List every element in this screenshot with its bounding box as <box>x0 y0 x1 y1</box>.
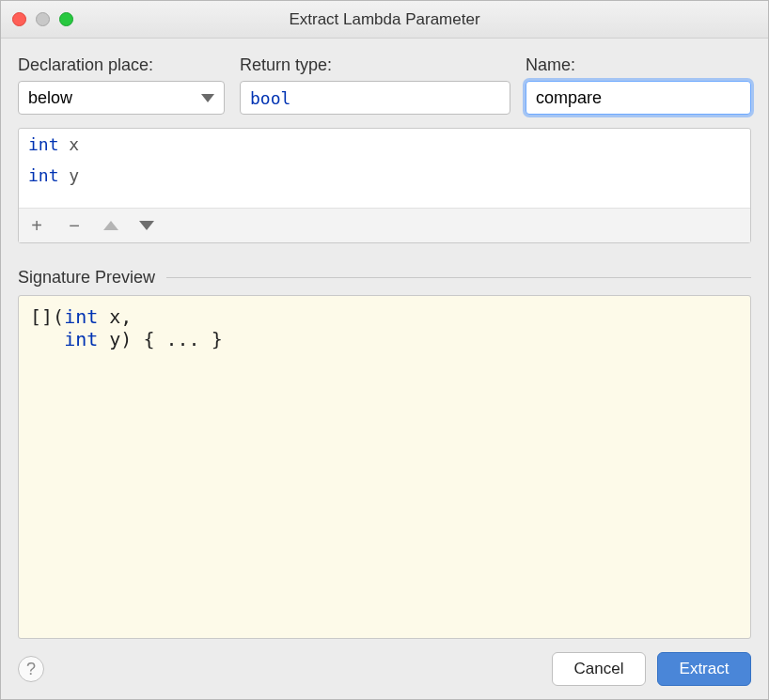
declaration-select[interactable]: below <box>18 81 225 115</box>
chevron-down-icon <box>201 94 214 102</box>
return-type-input[interactable] <box>240 81 510 115</box>
declaration-value: below <box>28 88 72 108</box>
params-panel: int x int y + − <box>18 128 751 243</box>
params-toolbar: + − <box>19 208 750 242</box>
name-col: Name: <box>526 55 751 115</box>
titlebar: Extract Lambda Parameter <box>1 1 768 39</box>
declaration-label: Declaration place: <box>18 55 225 75</box>
footer: ? Cancel Extract <box>18 652 751 686</box>
return-type-label: Return type: <box>240 55 510 75</box>
param-type: int <box>28 134 59 154</box>
preview-header: Signature Preview <box>18 268 751 288</box>
param-row[interactable]: int y <box>19 160 750 191</box>
fields-row: Declaration place: below Return type: Na… <box>18 55 751 115</box>
cancel-button[interactable]: Cancel <box>552 652 646 686</box>
window-title: Extract Lambda Parameter <box>1 10 768 29</box>
help-button[interactable]: ? <box>18 656 44 682</box>
param-name: y <box>69 165 79 185</box>
extract-button[interactable]: Extract <box>657 652 751 686</box>
preview-label: Signature Preview <box>18 268 155 288</box>
add-icon[interactable]: + <box>28 216 45 235</box>
move-down-icon[interactable] <box>139 221 154 230</box>
declaration-col: Declaration place: below <box>18 55 225 115</box>
param-row[interactable]: int x <box>19 129 750 160</box>
name-label: Name: <box>526 55 751 75</box>
content: Declaration place: below Return type: Na… <box>1 39 768 699</box>
param-type: int <box>28 165 59 185</box>
signature-preview: [](int x, int y) { ... } <box>18 295 751 639</box>
param-name: x <box>69 134 79 154</box>
return-type-col: Return type: <box>240 55 510 115</box>
move-up-icon[interactable] <box>103 221 118 230</box>
name-input[interactable] <box>526 81 751 115</box>
remove-icon[interactable]: − <box>66 216 83 235</box>
divider <box>166 277 751 278</box>
dialog-window: Extract Lambda Parameter Declaration pla… <box>0 0 769 700</box>
